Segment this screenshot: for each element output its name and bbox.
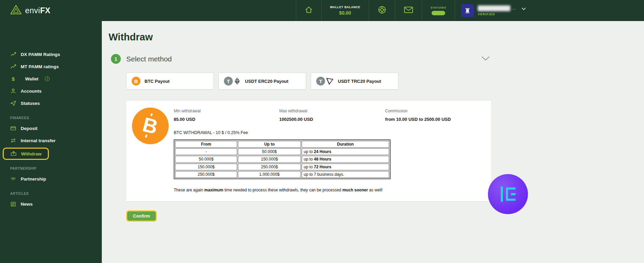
sidebar-section-articles: ARTICLES: [10, 192, 102, 195]
method-details-card: B Min withdrawal 85.00 USD Max withdrawa…: [126, 101, 491, 201]
sidebar-item-label: MT PAMM ratings: [21, 64, 59, 69]
table-cell: -: [175, 148, 237, 155]
chart-line-icon: [10, 63, 16, 70]
btc-icon: B: [132, 77, 140, 86]
sidebar-item-accounts[interactable]: Accounts: [0, 85, 102, 97]
statuses-icon: [10, 100, 16, 106]
newspaper-icon: [10, 201, 16, 207]
info-icon[interactable]: i: [45, 76, 50, 81]
chevron-down-icon[interactable]: [522, 5, 526, 12]
top-bar: enviFX WALLET BALANCE $0.00: [0, 0, 644, 21]
table-header-row: From Up to Duration: [175, 141, 389, 148]
bitcoin-logo: B: [132, 108, 169, 144]
page-title: Withdraw: [109, 32, 644, 43]
usdt-icon: T: [224, 77, 233, 86]
home-icon: [305, 6, 313, 15]
table-header-cell: From: [175, 141, 237, 148]
sidebar-item-news[interactable]: News: [0, 198, 102, 210]
statuses-label: STATUSES: [431, 6, 446, 9]
sidebar-item-deposit[interactable]: Deposit: [0, 122, 102, 134]
main-content: Withdraw 1 Select method B BTC Payout T: [102, 21, 644, 263]
max-withdrawal-label: Max withdrawal: [279, 109, 385, 113]
wallet-balance[interactable]: WALLET BALANCE $0.00: [321, 0, 369, 21]
sidebar-item-internal-transfer[interactable]: Internal transfer: [0, 134, 102, 147]
table-cell: up to 24 Hours: [302, 148, 389, 155]
max-withdrawal-value: 1002500.00 USD: [279, 117, 385, 122]
chart-line-icon: [10, 51, 16, 57]
wallet-balance-value: $0.00: [339, 10, 351, 16]
sidebar-item-label: Wallet: [25, 76, 38, 81]
sidebar-item-label: Accounts: [21, 89, 42, 94]
table-cell: 50.000$: [175, 156, 237, 163]
sidebar-item-label: Internal transfer: [21, 138, 56, 143]
sidebar-item-dx-pamm-ratings[interactable]: DX PAMM Ratings: [0, 48, 102, 60]
table-header-cell: Up to: [238, 141, 301, 148]
messages-button[interactable]: [395, 0, 422, 21]
table-cell: 50.000$: [238, 148, 301, 155]
user-name-ellipsis: ...: [512, 6, 516, 11]
support-button[interactable]: [369, 0, 395, 21]
table-cell: 1.000.000$: [238, 171, 301, 178]
collapse-chevron-icon[interactable]: [481, 56, 490, 62]
verified-badge: VERIFIED: [478, 13, 516, 16]
sidebar-item-label: Withdraw: [21, 151, 42, 156]
payment-methods: B BTC Payout T USDT ERC20 Payout T: [126, 73, 644, 90]
table-cell: 250.000$: [238, 164, 301, 170]
table-cell: up to 7 business days.: [302, 171, 389, 178]
step-number-badge: 1: [111, 54, 121, 64]
commission-value: from 10.00 USD to 2500.00 USD: [385, 117, 481, 122]
sidebar-item-statuses[interactable]: Statuses: [0, 97, 102, 109]
table-row: 150.000$ 250.000$ up to 72 Hours: [175, 164, 389, 170]
transfer-arrows-icon: [10, 137, 16, 144]
statuses-indicator[interactable]: STATUSES: [422, 0, 455, 21]
brand-name: enviFX: [25, 6, 51, 15]
commission-label: Commission: [385, 109, 481, 113]
user-name-blurred: [478, 5, 510, 11]
step-title: Select method: [126, 55, 172, 63]
table-cell: 150.000$: [175, 164, 237, 170]
mail-icon: [404, 6, 413, 15]
sidebar-item-partnership[interactable]: Partnership: [0, 173, 102, 185]
method-label: BTC Payout: [145, 79, 170, 84]
sidebar-item-mt-pamm-ratings[interactable]: MT PAMM ratings: [0, 60, 102, 73]
home-button[interactable]: [296, 0, 321, 21]
withdraw-card-icon: [11, 151, 17, 157]
table-cell: up to 48 Hours: [302, 156, 389, 163]
header-actions: WALLET BALANCE $0.00 STATUSES: [296, 0, 532, 21]
limits-info: Min withdrawal 85.00 USD Max withdrawal …: [174, 109, 481, 122]
globe-icon: [378, 5, 386, 16]
table-cell: 250.000$: [175, 171, 237, 178]
brand-logo[interactable]: enviFX: [0, 0, 51, 21]
sidebar-item-wallet[interactable]: $ Wallet i: [0, 73, 102, 85]
confirm-button[interactable]: Confirm: [126, 210, 157, 222]
min-withdrawal-value: 85.00 USD: [174, 117, 279, 122]
sidebar-item-label: DX PAMM Ratings: [21, 52, 60, 57]
table-row: 50.000$ 150.000$ up to 48 Hours: [175, 156, 389, 163]
deposit-card-icon: [10, 125, 16, 131]
tron-icon: [326, 77, 334, 85]
processing-note: These are again maximum time needed to p…: [174, 188, 481, 192]
usdt-icon: T: [316, 77, 325, 86]
sidebar-item-label: Partnership: [21, 176, 46, 182]
brand-triangle-icon: [10, 5, 22, 16]
withdrawal-duration-table: From Up to Duration - 50.000$ up to 24 H…: [174, 139, 391, 179]
method-btc-payout[interactable]: B BTC Payout: [126, 73, 214, 90]
sidebar-item-label: News: [21, 202, 33, 207]
min-withdrawal-label: Min withdrawal: [174, 109, 279, 113]
ethereum-icon: [233, 77, 241, 85]
user-icon: [10, 88, 16, 94]
sidebar-item-label: Statuses: [21, 101, 40, 106]
statuses-level-pill: [432, 11, 445, 15]
table-row: - 50.000$ up to 24 Hours: [175, 148, 389, 155]
sidebar-item-withdraw[interactable]: Withdraw: [3, 148, 49, 160]
avatar: ♜: [461, 4, 474, 17]
wallet-balance-label: WALLET BALANCE: [330, 5, 360, 9]
method-label: USDT TRC20 Payout: [338, 79, 381, 84]
sidebar-section-finances: FINANCES: [10, 116, 102, 120]
watermark-logo: [488, 174, 528, 214]
table-cell: up to 72 Hours: [302, 164, 389, 170]
method-usdt-erc20-payout[interactable]: T USDT ERC20 Payout: [219, 73, 306, 90]
dollar-icon: $: [10, 76, 16, 82]
user-menu[interactable]: ♜ ... VERIFIED: [455, 0, 532, 21]
method-usdt-trc20-payout[interactable]: T USDT TRC20 Payout: [311, 73, 398, 90]
